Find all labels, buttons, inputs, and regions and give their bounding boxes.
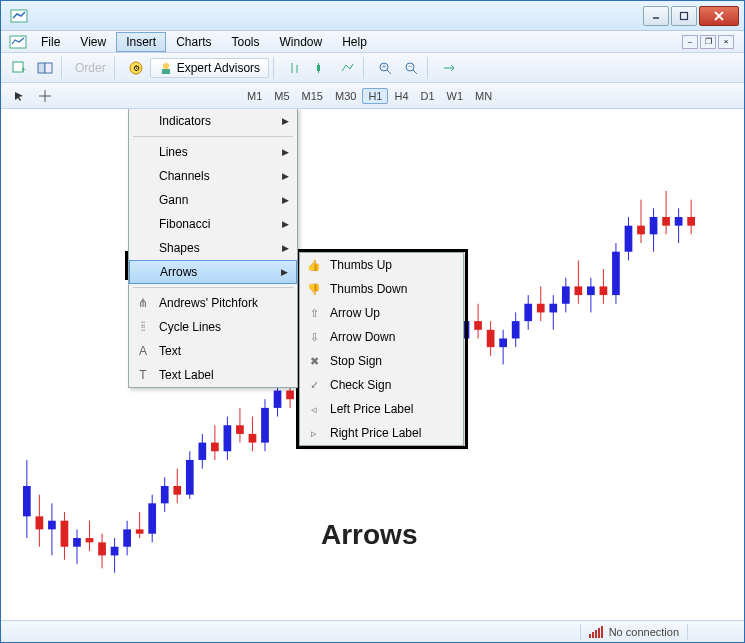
bar-chart-button[interactable] (283, 57, 307, 79)
menu-tools[interactable]: Tools (222, 32, 270, 52)
mdi-minimize-button[interactable]: – (682, 35, 698, 49)
zoom-out-button[interactable]: − (399, 57, 423, 79)
arrows-arrow-down[interactable]: ⇩Arrow Down (300, 325, 463, 349)
maximize-button[interactable] (671, 6, 697, 26)
arrows-submenu: 👍Thumbs Up👎Thumbs Down⇧Arrow Up⇩Arrow Do… (299, 252, 464, 446)
insert-menu-lines[interactable]: Lines▶ (129, 140, 297, 164)
profiles-button[interactable] (33, 57, 57, 79)
app-window: FileViewInsertChartsToolsWindowHelp – ❐ … (0, 0, 745, 643)
arrows-stop-sign[interactable]: ✖Stop Sign (300, 349, 463, 373)
svg-rect-30 (36, 516, 44, 529)
insert-menu-channels[interactable]: Channels▶ (129, 164, 297, 188)
svg-rect-28 (23, 486, 31, 516)
crosshair-button[interactable] (33, 85, 57, 107)
svg-text:−: − (408, 63, 412, 70)
arrow-down-icon: ⇩ (306, 331, 322, 344)
thumbs-up-icon: 👍 (306, 259, 322, 272)
arrows-left-price-label[interactable]: ◃Left Price Label (300, 397, 463, 421)
mdi-close-button[interactable]: × (718, 35, 734, 49)
app-small-icon (9, 33, 27, 51)
svg-rect-68 (274, 391, 282, 408)
line-chart-button[interactable] (335, 57, 359, 79)
svg-rect-106 (512, 321, 520, 338)
timeframe-m1[interactable]: M1 (241, 88, 268, 104)
svg-rect-126 (637, 226, 645, 235)
cycle-lines-icon: ⦙⦙ (135, 320, 151, 334)
insert-menu-cycle-lines[interactable]: ⦙⦙Cycle Lines (129, 315, 297, 339)
svg-rect-44 (123, 529, 131, 546)
svg-rect-70 (286, 391, 294, 400)
toolbar-main: + Order ⚙ Expert Advisors + − (1, 53, 744, 83)
new-chart-button[interactable]: + (7, 57, 31, 79)
annotation-label: Arrows (321, 519, 417, 551)
minimize-button[interactable] (643, 6, 669, 26)
svg-rect-116 (574, 286, 582, 295)
svg-rect-52 (173, 486, 181, 495)
timeframe-m15[interactable]: M15 (296, 88, 329, 104)
svg-rect-34 (61, 521, 69, 547)
menu-view[interactable]: View (70, 32, 116, 52)
svg-rect-60 (224, 425, 232, 451)
insert-menu-andrews-pitchfork[interactable]: ⋔Andrews' Pitchfork (129, 291, 297, 315)
insert-menu-indicators[interactable]: Indicators▶ (129, 109, 297, 133)
zoom-in-button[interactable]: + (373, 57, 397, 79)
andrews-pitchfork-icon: ⋔ (135, 296, 151, 310)
right-price-label-icon: ▹ (306, 427, 322, 440)
svg-line-19 (387, 70, 391, 74)
svg-rect-42 (111, 547, 119, 556)
svg-rect-114 (562, 286, 570, 303)
menu-file[interactable]: File (31, 32, 70, 52)
menu-insert[interactable]: Insert (116, 32, 166, 52)
timeframe-h1[interactable]: H1 (362, 88, 388, 104)
svg-point-12 (163, 63, 169, 69)
svg-rect-102 (487, 330, 495, 347)
expert-advisors-button[interactable]: Expert Advisors (150, 58, 269, 78)
insert-menu-fibonacci[interactable]: Fibonacci▶ (129, 212, 297, 236)
svg-rect-13 (162, 69, 170, 74)
svg-rect-9 (45, 63, 52, 73)
timeframe-d1[interactable]: D1 (415, 88, 441, 104)
arrows-thumbs-up[interactable]: 👍Thumbs Up (300, 253, 463, 277)
check-sign-icon: ✓ (306, 379, 322, 392)
arrows-arrow-up[interactable]: ⇧Arrow Up (300, 301, 463, 325)
submenu-arrow-icon: ▶ (282, 195, 289, 205)
new-order-label: Order (71, 61, 110, 75)
insert-menu-text[interactable]: AText (129, 339, 297, 363)
menubar: FileViewInsertChartsToolsWindowHelp – ❐ … (1, 31, 744, 53)
timeframe-mn[interactable]: MN (469, 88, 498, 104)
svg-rect-104 (499, 338, 507, 347)
timeframe-m30[interactable]: M30 (329, 88, 362, 104)
menu-window[interactable]: Window (270, 32, 333, 52)
svg-rect-120 (600, 286, 608, 295)
chart-area[interactable]: Arrows Indicators▶Lines▶Channels▶Gann▶Fi… (1, 109, 744, 620)
svg-rect-62 (236, 425, 244, 434)
candle-chart-button[interactable] (309, 57, 333, 79)
timeframe-m5[interactable]: M5 (268, 88, 295, 104)
arrows-right-price-label[interactable]: ▹Right Price Label (300, 421, 463, 445)
insert-menu-gann[interactable]: Gann▶ (129, 188, 297, 212)
app-icon (9, 6, 29, 26)
mdi-restore-button[interactable]: ❐ (700, 35, 716, 49)
svg-rect-112 (549, 304, 557, 313)
submenu-arrow-icon: ▶ (282, 147, 289, 157)
svg-rect-132 (675, 217, 683, 226)
insert-menu-shapes[interactable]: Shapes▶ (129, 236, 297, 260)
autotrading-button[interactable]: ⚙ (124, 57, 148, 79)
menu-help[interactable]: Help (332, 32, 377, 52)
insert-menu-dropdown: Indicators▶Lines▶Channels▶Gann▶Fibonacci… (128, 109, 298, 388)
menu-charts[interactable]: Charts (166, 32, 221, 52)
svg-rect-118 (587, 286, 595, 295)
arrows-check-sign[interactable]: ✓Check Sign (300, 373, 463, 397)
svg-rect-122 (612, 252, 620, 295)
timeframe-h4[interactable]: H4 (388, 88, 414, 104)
svg-rect-128 (650, 217, 658, 234)
cursor-button[interactable] (7, 85, 31, 107)
timeframe-w1[interactable]: W1 (441, 88, 470, 104)
insert-menu-text-label[interactable]: TText Label (129, 363, 297, 387)
insert-menu-arrows[interactable]: Arrows▶ (129, 260, 297, 284)
svg-rect-108 (524, 304, 532, 321)
auto-scroll-button[interactable] (437, 57, 461, 79)
toolbar-drawing: M1M5M15M30H1H4D1W1MN (1, 83, 744, 109)
arrows-thumbs-down[interactable]: 👎Thumbs Down (300, 277, 463, 301)
close-button[interactable] (699, 6, 739, 26)
